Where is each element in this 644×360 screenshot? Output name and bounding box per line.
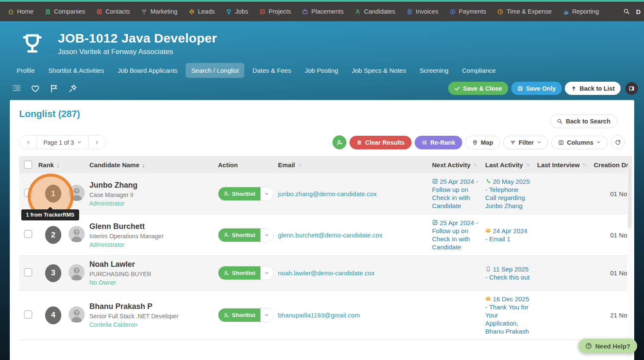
tab-screening[interactable]: Screening	[414, 63, 454, 78]
nav-item-reporting[interactable]: Reporting	[563, 8, 599, 15]
shortlist-button[interactable]: Shortlist	[218, 187, 260, 200]
shortlist-dropdown-button[interactable]	[260, 309, 273, 322]
flag-icon[interactable]	[49, 84, 59, 93]
nav-item-leads[interactable]: Leads	[189, 8, 215, 15]
candidate-name-link[interactable]: Noah Lawler	[89, 260, 218, 269]
tab-dates-fees[interactable]: Dates & Fees	[247, 63, 297, 78]
column-header-last-activity[interactable]: Last Activity↑↓	[485, 161, 537, 169]
shortlist-button[interactable]: Shortlist	[218, 266, 260, 280]
last-activity-link[interactable]: 24 Apr 2024 - Email 1	[485, 227, 537, 243]
creation-date-cell: 01 Nov	[594, 231, 632, 239]
candidate-name-link[interactable]: Junbo Zhang	[89, 181, 218, 190]
column-header-next-activity[interactable]: Next Activity↑↓	[432, 161, 485, 169]
candidate-email-link[interactable]: junbo.zhang@demo-candidate.cox	[278, 190, 432, 197]
tab-job-posting[interactable]: Job Posting	[299, 63, 343, 78]
rank-badge: 4	[45, 306, 61, 324]
nav-item-payments[interactable]: Payments	[449, 8, 486, 15]
candidate-owner-link[interactable]: Administrator	[89, 200, 218, 207]
need-help-button[interactable]: Need Help?	[578, 339, 637, 353]
save-only-button[interactable]: Save Only	[511, 82, 562, 95]
column-header-creation-date[interactable]: Creation Da	[594, 161, 632, 169]
re-rank-button[interactable]: Re-Rank	[415, 136, 462, 149]
chevron-left-icon	[26, 140, 31, 145]
collapse-menu-icon[interactable]	[12, 84, 21, 93]
refresh-button[interactable]	[611, 135, 625, 149]
nav-item-projects[interactable]: Projects	[259, 8, 291, 15]
select-all-checkbox[interactable]	[24, 160, 32, 169]
contact-book-icon	[96, 9, 103, 15]
trophy-icon	[226, 9, 232, 15]
candidate-owner-link[interactable]: Administrator	[89, 241, 218, 248]
columns-button[interactable]: Columns	[551, 136, 608, 149]
tab-profile[interactable]: Profile	[11, 63, 40, 78]
back-to-search-button[interactable]: Back to Search	[550, 114, 617, 128]
job-header: JOB-1012 Java Developer Jason Varitek at…	[0, 21, 644, 360]
rank-badge: 3	[45, 264, 61, 282]
row-checkbox[interactable]	[24, 189, 32, 197]
candidate-email-link[interactable]: bhanupailla1193@gmail.com	[278, 311, 432, 319]
column-header-candidate-name[interactable]: Candidate Name↓	[89, 161, 218, 169]
nav-item-companies[interactable]: Companies	[45, 8, 85, 15]
tab-job-board-applicants[interactable]: Job Board Applicants	[112, 63, 183, 78]
shortlist-button[interactable]: Shortlist	[218, 229, 260, 242]
candidate-owner-link[interactable]: Cordelia Calderon	[89, 321, 218, 328]
shortlist-dropdown-button[interactable]	[260, 266, 273, 280]
profile-menu[interactable]: D	[636, 8, 641, 15]
row-checkbox[interactable]	[24, 230, 32, 238]
candidate-email-link[interactable]: noah.lawler@demo-candidate.cox	[278, 269, 432, 277]
favorite-icon[interactable]	[31, 84, 40, 93]
tab-shortlist-activities[interactable]: Shortlist & Activities	[43, 63, 110, 78]
table-scrollbar[interactable]	[627, 164, 633, 358]
nav-item-marketing[interactable]: Marketing	[141, 8, 177, 15]
pin-icon[interactable]	[68, 84, 77, 93]
person-icon	[355, 9, 361, 15]
row-checkbox[interactable]	[24, 268, 32, 277]
nav-item-jobs[interactable]: Jobs	[226, 8, 248, 15]
tab-job-specs-notes[interactable]: Job Specs & Notes	[346, 63, 412, 78]
tab-search-longlist[interactable]: Search / Longlist	[186, 63, 244, 78]
candidate-name-link[interactable]: Glenn Burchett	[89, 222, 218, 231]
last-activity-link[interactable]: 16 Dec 2025 - Thank You for Your Applica…	[485, 295, 537, 335]
column-header-last-interview[interactable]: Last Interview↑↓	[537, 161, 594, 169]
home-icon	[8, 9, 14, 15]
save-and-close-button[interactable]: Save & Close	[448, 82, 508, 95]
page-selector[interactable]: Page 1 of 3	[37, 136, 89, 149]
column-header-action: Action	[218, 161, 278, 169]
nav-item-invoices[interactable]: Invoices	[406, 8, 438, 15]
sort-icon: ↑↓	[298, 162, 301, 168]
table-header: Rank↓ Candidate Name↓ Action Email↑↓ Nex…	[19, 156, 632, 173]
column-header-email[interactable]: Email↑↓	[278, 161, 432, 169]
shortlist-dropdown-button[interactable]	[260, 229, 273, 242]
candidate-owner-link[interactable]: No Owner	[89, 279, 218, 286]
last-activity-link[interactable]: 20 May 2025 - Telephone Call regarding J…	[485, 177, 537, 210]
nav-item-home[interactable]: Home	[8, 8, 34, 15]
shortlist-button[interactable]: Shortlist	[218, 309, 260, 322]
next-page-button[interactable]	[89, 136, 106, 149]
nav-item-candidates[interactable]: Candidates	[355, 8, 395, 15]
table-row: 2 ? Glenn Burchett Interim Operations Ma…	[19, 214, 632, 256]
nav-item-time-expense[interactable]: Time & Expense	[497, 8, 552, 15]
candidate-email-link[interactable]: glenn.burchett@demo-candidate.cox	[278, 231, 432, 239]
shortlist-dropdown-button[interactable]	[260, 187, 273, 200]
filter-button[interactable]: Filter	[503, 136, 548, 149]
search-icon[interactable]	[623, 8, 630, 15]
chevron-right-icon	[94, 140, 99, 145]
map-button[interactable]: Map	[465, 136, 500, 149]
job-tabs: ProfileShortlist & ActivitiesJob Board A…	[0, 63, 644, 78]
next-activity-link[interactable]: 25 Apr 2024 - Follow up on Check in with…	[432, 219, 485, 251]
nav-item-contacts[interactable]: Contacts	[96, 8, 130, 15]
prev-page-button[interactable]	[20, 136, 37, 149]
column-header-rank[interactable]: Rank↓	[38, 161, 64, 169]
clear-results-button[interactable]: Clear Results	[349, 136, 412, 149]
add-candidate-button[interactable]	[332, 135, 346, 149]
last-activity-link[interactable]: 11 Sep 2025 - Check this out	[485, 265, 537, 281]
back-to-list-button[interactable]: Back to List	[565, 82, 621, 95]
svg-text:?: ?	[75, 230, 78, 235]
row-checkbox[interactable]	[24, 310, 32, 319]
tab-compliance[interactable]: Compliance	[456, 63, 501, 78]
nav-item-placements[interactable]: Placements	[302, 8, 343, 15]
candidate-name-link[interactable]: Bhanu Prakash P	[89, 302, 218, 311]
side-panel-toggle-button[interactable]	[625, 82, 638, 95]
next-activity-link[interactable]: 25 Apr 2024 - Follow up on Check in with…	[432, 177, 485, 210]
pagination: Page 1 of 3	[19, 135, 106, 149]
